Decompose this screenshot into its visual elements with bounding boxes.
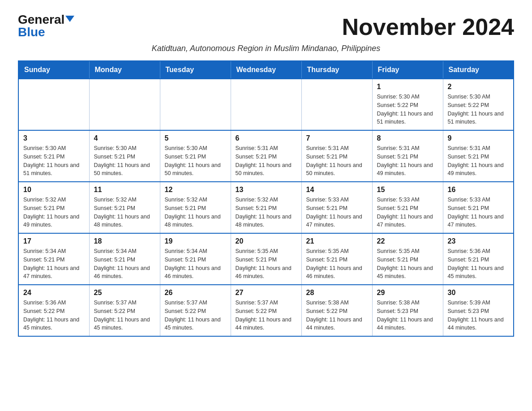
calendar-cell: 18Sunrise: 5:34 AM Sunset: 5:21 PM Dayli… — [89, 233, 160, 285]
weekday-header-sunday: Sunday — [18, 61, 89, 79]
weekday-header-tuesday: Tuesday — [160, 61, 231, 79]
day-number: 18 — [94, 237, 155, 245]
day-number: 10 — [23, 186, 85, 194]
calendar-cell: 20Sunrise: 5:35 AM Sunset: 5:21 PM Dayli… — [231, 233, 301, 285]
day-info: Sunrise: 5:32 AM Sunset: 5:21 PM Dayligh… — [23, 196, 85, 229]
day-number: 1 — [377, 83, 438, 91]
day-number: 20 — [236, 237, 297, 245]
day-info: Sunrise: 5:30 AM Sunset: 5:21 PM Dayligh… — [165, 144, 226, 178]
day-info: Sunrise: 5:30 AM Sunset: 5:21 PM Dayligh… — [94, 144, 155, 178]
day-number: 6 — [236, 134, 297, 142]
calendar-week-1: 1Sunrise: 5:30 AM Sunset: 5:22 PM Daylig… — [18, 79, 514, 130]
weekday-header-thursday: Thursday — [301, 61, 372, 79]
weekday-header-friday: Friday — [372, 61, 443, 79]
calendar-cell: 5Sunrise: 5:30 AM Sunset: 5:21 PM Daylig… — [160, 130, 231, 182]
day-info: Sunrise: 5:32 AM Sunset: 5:21 PM Dayligh… — [94, 196, 155, 229]
day-info: Sunrise: 5:33 AM Sunset: 5:21 PM Dayligh… — [448, 196, 509, 229]
calendar-header: SundayMondayTuesdayWednesdayThursdayFrid… — [18, 61, 514, 79]
calendar-cell: 22Sunrise: 5:35 AM Sunset: 5:21 PM Dayli… — [372, 233, 443, 285]
calendar-cell: 26Sunrise: 5:37 AM Sunset: 5:22 PM Dayli… — [160, 285, 231, 336]
calendar-cell: 10Sunrise: 5:32 AM Sunset: 5:21 PM Dayli… — [18, 182, 89, 233]
calendar-cell — [18, 79, 89, 130]
header: General Blue November 2024 — [18, 13, 514, 40]
day-number: 8 — [377, 134, 438, 142]
day-number: 2 — [448, 83, 509, 91]
calendar-cell: 29Sunrise: 5:38 AM Sunset: 5:23 PM Dayli… — [372, 285, 443, 336]
calendar-body: 1Sunrise: 5:30 AM Sunset: 5:22 PM Daylig… — [18, 79, 514, 336]
calendar-cell: 1Sunrise: 5:30 AM Sunset: 5:22 PM Daylig… — [372, 79, 443, 130]
day-number: 24 — [23, 289, 85, 297]
day-number: 29 — [377, 289, 438, 297]
day-number: 15 — [377, 186, 438, 194]
weekday-header-saturday: Saturday — [443, 61, 514, 79]
day-info: Sunrise: 5:33 AM Sunset: 5:21 PM Dayligh… — [306, 196, 368, 229]
calendar-cell: 3Sunrise: 5:30 AM Sunset: 5:21 PM Daylig… — [18, 130, 89, 182]
calendar-cell: 24Sunrise: 5:36 AM Sunset: 5:22 PM Dayli… — [18, 285, 89, 336]
day-info: Sunrise: 5:34 AM Sunset: 5:21 PM Dayligh… — [165, 247, 226, 281]
day-number: 5 — [165, 134, 226, 142]
day-info: Sunrise: 5:30 AM Sunset: 5:22 PM Dayligh… — [377, 93, 438, 126]
subtitle: Katidtuan, Autonomous Region in Muslim M… — [18, 44, 514, 53]
calendar-cell: 6Sunrise: 5:31 AM Sunset: 5:21 PM Daylig… — [231, 130, 301, 182]
day-number: 23 — [448, 237, 509, 245]
calendar-week-3: 10Sunrise: 5:32 AM Sunset: 5:21 PM Dayli… — [18, 182, 514, 233]
calendar-cell: 19Sunrise: 5:34 AM Sunset: 5:21 PM Dayli… — [160, 233, 231, 285]
day-number: 21 — [306, 237, 368, 245]
calendar-cell: 8Sunrise: 5:31 AM Sunset: 5:21 PM Daylig… — [372, 130, 443, 182]
calendar-cell: 11Sunrise: 5:32 AM Sunset: 5:21 PM Dayli… — [89, 182, 160, 233]
day-info: Sunrise: 5:31 AM Sunset: 5:21 PM Dayligh… — [377, 144, 438, 178]
day-number: 25 — [94, 289, 155, 297]
day-info: Sunrise: 5:34 AM Sunset: 5:21 PM Dayligh… — [23, 247, 85, 281]
calendar-week-5: 24Sunrise: 5:36 AM Sunset: 5:22 PM Dayli… — [18, 285, 514, 336]
day-number: 7 — [306, 134, 368, 142]
calendar-cell — [89, 79, 160, 130]
day-number: 11 — [94, 186, 155, 194]
logo-general-text: General — [18, 13, 64, 26]
weekday-header-wednesday: Wednesday — [231, 61, 301, 79]
day-number: 14 — [306, 186, 368, 194]
day-info: Sunrise: 5:38 AM Sunset: 5:22 PM Dayligh… — [306, 299, 368, 332]
calendar-cell: 9Sunrise: 5:31 AM Sunset: 5:21 PM Daylig… — [443, 130, 514, 182]
day-info: Sunrise: 5:33 AM Sunset: 5:21 PM Dayligh… — [377, 196, 438, 229]
logo-general-line: General — [18, 13, 74, 26]
day-number: 27 — [236, 289, 297, 297]
calendar-cell — [231, 79, 301, 130]
logo-blue-text: Blue — [18, 26, 45, 39]
day-number: 4 — [94, 134, 155, 142]
calendar-cell: 17Sunrise: 5:34 AM Sunset: 5:21 PM Dayli… — [18, 233, 89, 285]
calendar-cell — [301, 79, 372, 130]
calendar-week-4: 17Sunrise: 5:34 AM Sunset: 5:21 PM Dayli… — [18, 233, 514, 285]
month-title: November 2024 — [342, 13, 514, 40]
calendar-cell: 30Sunrise: 5:39 AM Sunset: 5:23 PM Dayli… — [443, 285, 514, 336]
day-info: Sunrise: 5:35 AM Sunset: 5:21 PM Dayligh… — [306, 247, 368, 281]
day-info: Sunrise: 5:38 AM Sunset: 5:23 PM Dayligh… — [377, 299, 438, 332]
calendar-cell: 13Sunrise: 5:32 AM Sunset: 5:21 PM Dayli… — [231, 182, 301, 233]
day-info: Sunrise: 5:35 AM Sunset: 5:21 PM Dayligh… — [377, 247, 438, 281]
calendar-cell: 7Sunrise: 5:31 AM Sunset: 5:21 PM Daylig… — [301, 130, 372, 182]
day-number: 13 — [236, 186, 297, 194]
day-number: 19 — [165, 237, 226, 245]
calendar-cell: 25Sunrise: 5:37 AM Sunset: 5:22 PM Dayli… — [89, 285, 160, 336]
weekday-header-monday: Monday — [89, 61, 160, 79]
day-info: Sunrise: 5:37 AM Sunset: 5:22 PM Dayligh… — [236, 299, 297, 332]
calendar-cell: 23Sunrise: 5:36 AM Sunset: 5:21 PM Dayli… — [443, 233, 514, 285]
day-number: 28 — [306, 289, 368, 297]
day-number: 30 — [448, 289, 509, 297]
calendar-cell: 12Sunrise: 5:32 AM Sunset: 5:21 PM Dayli… — [160, 182, 231, 233]
day-number: 26 — [165, 289, 226, 297]
day-number: 3 — [23, 134, 85, 142]
day-number: 9 — [448, 134, 509, 142]
day-info: Sunrise: 5:32 AM Sunset: 5:21 PM Dayligh… — [236, 196, 297, 229]
weekday-row: SundayMondayTuesdayWednesdayThursdayFrid… — [18, 61, 514, 79]
calendar-cell: 14Sunrise: 5:33 AM Sunset: 5:21 PM Dayli… — [301, 182, 372, 233]
day-info: Sunrise: 5:30 AM Sunset: 5:22 PM Dayligh… — [448, 93, 509, 126]
calendar-cell: 16Sunrise: 5:33 AM Sunset: 5:21 PM Dayli… — [443, 182, 514, 233]
calendar-cell: 4Sunrise: 5:30 AM Sunset: 5:21 PM Daylig… — [89, 130, 160, 182]
day-info: Sunrise: 5:31 AM Sunset: 5:21 PM Dayligh… — [236, 144, 297, 178]
day-number: 16 — [448, 186, 509, 194]
calendar-cell: 21Sunrise: 5:35 AM Sunset: 5:21 PM Dayli… — [301, 233, 372, 285]
calendar-week-2: 3Sunrise: 5:30 AM Sunset: 5:21 PM Daylig… — [18, 130, 514, 182]
calendar-cell: 15Sunrise: 5:33 AM Sunset: 5:21 PM Dayli… — [372, 182, 443, 233]
day-info: Sunrise: 5:36 AM Sunset: 5:21 PM Dayligh… — [448, 247, 509, 281]
day-info: Sunrise: 5:34 AM Sunset: 5:21 PM Dayligh… — [94, 247, 155, 281]
